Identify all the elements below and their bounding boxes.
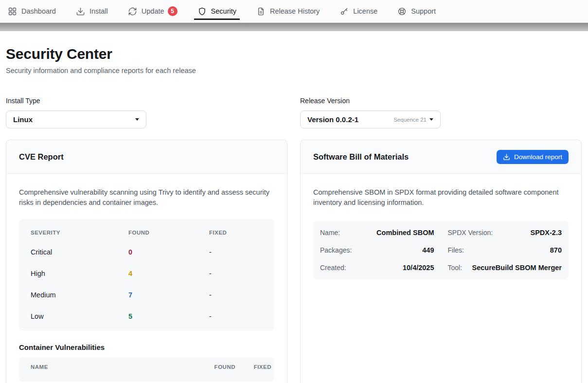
sbom-title: Software Bill of Materials [313, 152, 409, 162]
sbom-field-label: Files: [448, 246, 464, 254]
fixed-count: - [209, 270, 263, 277]
cve-report-header: CVE Report [6, 140, 287, 174]
download-report-button[interactable]: Download report [497, 150, 569, 164]
severity-table-header: SEVERITY FOUND FIXED [31, 224, 263, 241]
sbom-card: Software Bill of Materials Download repo… [300, 140, 582, 383]
update-badge: 5 [168, 6, 178, 16]
nav-item-security[interactable]: Security [197, 0, 236, 22]
sbom-field-files-: Files:870 [441, 241, 569, 259]
nav-item-install[interactable]: Install [76, 0, 108, 22]
severity-row-critical: Critical0- [31, 241, 263, 263]
filters-row: Install Type Linux Release Version Versi… [6, 97, 582, 128]
window-separator [0, 23, 588, 31]
sbom-field-packages-: Packages:449 [313, 241, 441, 259]
release-version-select[interactable]: Version 0.0.2-1 Sequence 21 [300, 110, 441, 128]
sbom-info-box: Name:Combined SBOMSPDX Version:SPDX-2.3P… [313, 221, 569, 279]
found-col-header: FOUND [128, 230, 209, 236]
top-nav: DashboardInstallUpdate5SecurityRelease H… [0, 0, 588, 23]
severity-label: High [31, 270, 128, 277]
sbom-field-label: SPDX Version: [448, 229, 493, 237]
cve-report-card: CVE Report Comprehensive vulnerability s… [6, 140, 287, 383]
nav-item-support[interactable]: Support [397, 0, 436, 22]
container-vulns-header: NAME FOUND FIXED [19, 357, 274, 377]
sbom-field-label: Tool: [448, 264, 463, 272]
sbom-field-value: SecureBuild SBOM Merger [472, 264, 562, 272]
severity-label: Medium [31, 291, 128, 299]
found-count: 0 [128, 248, 209, 256]
refresh-icon [128, 7, 137, 16]
fixed-col-header: FIXED [250, 364, 271, 370]
release-version-label: Release Version [300, 97, 582, 105]
sbom-field-label: Created: [320, 264, 346, 272]
sbom-field-value: 449 [422, 246, 434, 254]
lifebuoy-icon [397, 7, 407, 16]
severity-col-header: SEVERITY [31, 230, 128, 236]
install-type-select[interactable]: Linux [6, 110, 146, 128]
nav-item-label: Dashboard [21, 7, 56, 15]
sbom-header: Software Bill of Materials Download repo… [301, 140, 581, 174]
chevron-down-icon [135, 118, 139, 121]
severity-label: Critical [31, 248, 128, 256]
nav-item-dashboard[interactable]: Dashboard [8, 0, 56, 22]
nav-item-label: Security [211, 7, 236, 15]
sbom-field-spdx-version-: SPDX Version:SPDX-2.3 [441, 224, 569, 241]
cards-row: CVE Report Comprehensive vulnerability s… [6, 140, 582, 383]
severity-row-medium: Medium7- [31, 284, 263, 306]
page-title: Security Center [6, 46, 582, 62]
cve-report-body: Comprehensive vulnerability scanning usi… [6, 174, 287, 383]
sbom-body: Comprehensive SBOM in SPDX format provid… [301, 174, 581, 293]
sbom-field-name-: Name:Combined SBOM [313, 224, 441, 241]
sbom-field-label: Name: [320, 229, 340, 237]
download-icon [503, 153, 510, 161]
install-type-value: Linux [13, 115, 135, 124]
install-type-label: Install Type [6, 97, 287, 105]
sbom-field-value: SPDX-2.3 [531, 229, 562, 237]
severity-row-high: High4- [31, 263, 263, 284]
found-count: 4 [128, 270, 209, 277]
nav-item-release-history[interactable]: Release History [256, 0, 320, 22]
cve-report-title: CVE Report [19, 152, 64, 162]
sbom-description: Comprehensive SBOM in SPDX format provid… [313, 187, 569, 207]
nav-item-label: Update [142, 7, 164, 15]
container-vulns-title: Container Vulnerabilities [19, 343, 274, 351]
nav-item-label: License [353, 7, 377, 15]
download-report-label: Download report [514, 153, 562, 161]
nav-item-update[interactable]: Update5 [128, 0, 178, 22]
name-col-header: NAME [31, 364, 206, 370]
nav-item-label: Support [411, 7, 436, 15]
nav-item-license[interactable]: License [339, 0, 377, 22]
nav-item-label: Release History [270, 7, 320, 15]
found-count: 5 [128, 312, 209, 320]
sequence-label: Sequence 21 [393, 117, 427, 123]
severity-label: Low [31, 312, 128, 320]
shield-icon [197, 7, 207, 16]
install-type-field: Install Type Linux [6, 97, 287, 128]
page-subtitle: Security information and compliance repo… [6, 67, 582, 74]
sbom-field-label: Packages: [320, 246, 352, 254]
sbom-field-value: 870 [550, 246, 562, 254]
found-col-header: FOUND [206, 364, 235, 370]
dashboard-icon [8, 7, 17, 16]
cve-report-description: Comprehensive vulnerability scanning usi… [19, 187, 274, 207]
key-icon [339, 7, 349, 16]
fixed-count: - [209, 291, 263, 299]
found-count: 7 [128, 291, 209, 299]
sbom-field-created-: Created:10/4/2025 [313, 259, 441, 276]
sbom-field-value: Combined SBOM [376, 229, 434, 237]
fixed-count: - [209, 248, 263, 256]
download-icon [76, 7, 85, 16]
document-icon [256, 7, 266, 16]
nav-item-label: Install [89, 7, 108, 15]
severity-table: SEVERITY FOUND FIXED Critical0-High4-Med… [19, 219, 274, 330]
container-vulns-table: NAME FOUND FIXED [19, 357, 274, 382]
main-content: Security Center Security information and… [0, 46, 588, 383]
fixed-count: - [209, 312, 263, 320]
severity-row-low: Low5- [31, 306, 263, 327]
release-version-field: Release Version Version 0.0.2-1 Sequence… [300, 97, 582, 128]
fixed-col-header: FIXED [209, 230, 263, 236]
sbom-field-tool-: Tool:SecureBuild SBOM Merger [441, 259, 569, 276]
release-version-value: Version 0.0.2-1 [307, 115, 393, 124]
sbom-field-value: 10/4/2025 [403, 264, 434, 272]
chevron-down-icon [429, 118, 433, 121]
